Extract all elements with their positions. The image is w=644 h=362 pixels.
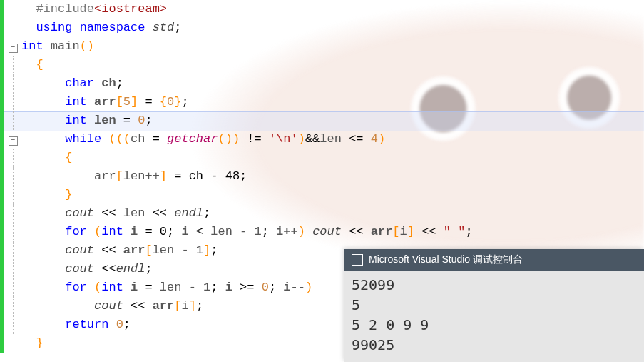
code-text: for (int i = 0; i < len - 1; i++) cout <…: [21, 223, 473, 241]
code-line[interactable]: {: [0, 56, 644, 74]
minus-icon[interactable]: −: [9, 44, 18, 53]
code-line[interactable]: }: [0, 186, 644, 204]
code-text: {: [21, 56, 44, 74]
gutter: [4, 56, 21, 74]
gutter: [4, 297, 21, 316]
code-text: int len = 0;: [21, 111, 153, 130]
code-text: }: [21, 334, 44, 353]
change-margin: [0, 334, 4, 353]
code-line[interactable]: {: [0, 149, 644, 167]
gutter: [4, 223, 21, 241]
gutter: [4, 186, 21, 204]
console-line: 5 2 0 9 9: [352, 316, 429, 333]
gutter: [4, 278, 21, 297]
gutter[interactable]: −: [4, 130, 21, 149]
gutter: [4, 260, 21, 278]
code-text: int main(): [21, 37, 94, 56]
code-line[interactable]: int len = 0;: [0, 111, 644, 130]
code-line[interactable]: − while (((ch = getchar()) != '\n')&&len…: [0, 130, 644, 149]
code-line[interactable]: int arr[5] = {0};: [0, 93, 644, 111]
console-line: 5: [352, 296, 360, 313]
code-text: arr[len++] = ch - 48;: [21, 167, 247, 186]
code-text: for (int i = len - 1; i >= 0; i--): [21, 278, 312, 297]
code-text: #include<iostream>: [21, 0, 167, 19]
gutter: [4, 149, 21, 167]
gutter: [4, 93, 21, 111]
gutter: [4, 111, 21, 130]
gutter: [4, 204, 21, 223]
code-line[interactable]: using namespace std;: [0, 19, 644, 37]
code-text: char ch;: [21, 74, 123, 93]
code-text: {: [21, 149, 72, 167]
code-line[interactable]: cout << len << endl;: [0, 204, 644, 223]
code-line[interactable]: char ch;: [0, 74, 644, 93]
code-text: using namespace std;: [21, 19, 181, 37]
gutter[interactable]: −: [4, 37, 21, 56]
console-line: 52099: [352, 276, 394, 293]
code-line[interactable]: − int main(): [0, 37, 644, 56]
gutter: [4, 316, 21, 334]
change-margin: [0, 0, 4, 19]
gutter: [4, 241, 21, 260]
gutter: [4, 167, 21, 186]
code-text: cout << arr[len - 1];: [21, 241, 218, 260]
change-margin: [0, 19, 4, 37]
console-line: 99025: [352, 336, 394, 353]
code-line[interactable]: for (int i = 0; i < len - 1; i++) cout <…: [0, 223, 644, 241]
code-text: int arr[5] = {0};: [21, 93, 189, 111]
console-title-text: Microsoft Visual Studio 调试控制台: [369, 253, 523, 266]
code-text: while (((ch = getchar()) != '\n')&&len <…: [21, 130, 385, 149]
gutter: [4, 74, 21, 93]
code-line[interactable]: arr[len++] = ch - 48;: [0, 167, 644, 186]
console-output[interactable]: 52099 5 5 2 0 9 9 99025: [344, 271, 644, 362]
code-text: cout << len << endl;: [21, 204, 210, 223]
minus-icon[interactable]: −: [9, 136, 18, 146]
code-text: return 0;: [21, 316, 131, 334]
code-text: }: [21, 186, 72, 204]
code-line[interactable]: #include<iostream>: [0, 0, 644, 19]
code-text: cout << arr[i];: [21, 297, 203, 316]
code-text: cout <<endl;: [21, 260, 153, 278]
debug-console-window[interactable]: Microsoft Visual Studio 调试控制台 52099 5 5 …: [344, 249, 644, 362]
console-titlebar[interactable]: Microsoft Visual Studio 调试控制台: [344, 249, 644, 271]
console-icon: [352, 254, 363, 266]
